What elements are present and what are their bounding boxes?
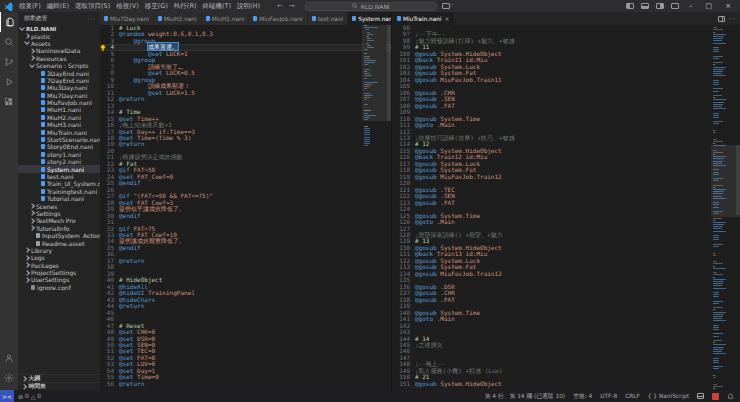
notifications-bell-icon[interactable] (723, 393, 740, 400)
vertical-scrollbar[interactable] (736, 145, 740, 215)
tree-item-tutorialinfo[interactable]: TutorialInfo (18, 225, 100, 232)
tree-item-7dayend-nani[interactable]: 7DayEnd.nani (18, 77, 100, 84)
maximize-button[interactable]: ▢ (703, 0, 716, 12)
tree-item-tutorial-nani[interactable]: Tutorial.nani (18, 195, 100, 202)
menu-item-3[interactable]: 檢視(V) (113, 0, 142, 12)
close-button[interactable]: × (722, 0, 734, 12)
tree-item-trainingtest-nani[interactable]: Trainingtest.nani (18, 188, 100, 195)
tree-item-textmesh-pro[interactable]: TextMesh Pro (18, 217, 100, 224)
tree-item-story2-nani[interactable]: story2.nani (18, 158, 100, 165)
tree-item-story1-nani[interactable]: story1.nani (18, 151, 100, 158)
code-editor-1[interactable]: 1# Luck2@random weight:0.6,0.1,0.33 @gro… (100, 25, 391, 390)
layout-select-icon[interactable]: ˅ (442, 3, 454, 9)
remote-indicator[interactable]: >< (0, 390, 14, 402)
tree-item-projectsettings[interactable]: ProjectSettings (18, 269, 100, 276)
menu-item-7[interactable]: 說明(H) (234, 0, 263, 12)
tree-item-miu3day-nani[interactable]: Miu3Day.nani (18, 84, 100, 91)
menu-item-1[interactable]: 編輯(E) (44, 0, 72, 12)
activity-settings-icon[interactable] (0, 368, 18, 388)
tree-item-miutrain-nani[interactable]: MiuTrain.nani (18, 128, 100, 135)
tree-item-library[interactable]: Library (18, 247, 100, 254)
code-editor-2[interactable]: 9697;--下午--98;魅力開發訓練(打掃) +魅力、+敏感99# 1110… (393, 25, 740, 390)
minimap-group-1[interactable] (364, 25, 386, 390)
activity-account-icon[interactable] (0, 348, 18, 368)
tree-item-system-nani[interactable]: System.nani (18, 165, 100, 172)
tab-miuh1-nani[interactable]: MiuH1.nani (202, 12, 250, 25)
tree-item-startscenario-nani[interactable]: StartScenario.nani (18, 136, 100, 143)
tree-item-readme-asset[interactable]: Readme.asset (18, 239, 100, 246)
tree-item-resources[interactable]: Resources (18, 55, 100, 62)
cursor-position[interactable]: 第 4 行、第 14 欄 (已選取 10) (481, 392, 569, 401)
editor-more-actions-icon[interactable]: ··· (729, 15, 736, 22)
layout-status-icon[interactable] (693, 393, 708, 399)
sidebar-panel-0[interactable]: 大綱 (18, 374, 100, 382)
minimap-mark (713, 51, 719, 52)
tree-item-settings[interactable]: Settings (18, 210, 100, 217)
minimize-button[interactable]: – (686, 0, 696, 12)
tab-miufavjob-nani[interactable]: MiuFavJob.nani (249, 12, 307, 25)
search-value: RLD.NANI (361, 3, 390, 10)
problems-status[interactable]: ⊘ 0 △ 0 (14, 393, 45, 400)
explorer-more-actions-icon[interactable]: ··· (87, 15, 96, 22)
language-mode[interactable]: { } NaniScript (644, 393, 693, 399)
command-center-search[interactable]: RLD.NANI (305, 2, 437, 11)
menu-item-5[interactable]: 執行(R) (171, 0, 200, 12)
code-line-56[interactable]: 56@return (100, 381, 391, 387)
tree-item-plastic[interactable]: plastic (18, 32, 100, 39)
menu-item-0[interactable]: 檔案(F) (16, 0, 44, 12)
extension-status-icon[interactable] (708, 393, 723, 400)
tree-item-miufavjob-nani[interactable]: MiuFavJob.nani (18, 99, 100, 106)
activity-source-control-icon[interactable] (0, 52, 18, 72)
code-line-151[interactable]: 151@gosub System.HideObject (393, 381, 740, 387)
activity-extensions-icon[interactable] (0, 92, 18, 112)
activity-run-debug-icon[interactable] (0, 72, 18, 92)
tree-root[interactable]: RLD.NANI (18, 25, 100, 32)
tree-item-miuh3-nani[interactable]: MiuH3.nani (18, 121, 100, 128)
toggle-secondary-sidebar-icon[interactable] (656, 3, 664, 9)
minimap-mark (713, 80, 719, 81)
minimap-mark (713, 342, 715, 343)
tab-close-icon[interactable]: × (445, 15, 450, 22)
tree-item-train-ui-system-nani[interactable]: Train_UI_System.nani (18, 180, 100, 187)
tree-item-story0end-nani[interactable]: Story0End.nani (18, 143, 100, 150)
tree-item-naninoveldata[interactable]: NaninovelData (18, 47, 100, 54)
menu-item-2[interactable]: 選取項目(S) (72, 0, 113, 12)
menu-item-4[interactable]: 移至(G) (142, 0, 171, 12)
minimap-mark (713, 336, 719, 337)
minimap-mark (713, 290, 735, 291)
sidebar-panel-1[interactable]: 時間表 (18, 382, 100, 390)
tree-item-usersettings[interactable]: UserSettings (18, 276, 100, 283)
menu-item-6[interactable]: 終端機(T) (199, 0, 234, 12)
tree-item-label: Scenes (36, 203, 57, 210)
tree-item-assets[interactable]: Assets (18, 40, 100, 47)
tree-item-miuh2-nani[interactable]: MiuH2.nani (18, 114, 100, 121)
tab-system-nani[interactable]: System.nani× (348, 12, 391, 25)
tree-item-inputsystem-actions-inputactio-[interactable]: InputSystem_Actions.inputactio... (18, 232, 100, 239)
nav-forward-icon[interactable]: → (289, 2, 295, 10)
toggle-sidebar-icon[interactable] (626, 3, 634, 9)
customize-layout-icon[interactable] (671, 3, 679, 9)
toggle-panel-icon[interactable] (641, 3, 649, 9)
tree-item-scenario-scripts[interactable]: Scenario : Scripts (18, 62, 100, 69)
tree-item-scenes[interactable]: Scenes (18, 202, 100, 209)
split-editor-icon[interactable] (718, 16, 725, 22)
activity-explorer-icon[interactable] (0, 12, 18, 32)
nav-back-icon[interactable]: ← (277, 2, 283, 10)
encoding-status[interactable]: UTF-8 (596, 393, 621, 399)
minimap-group-2[interactable] (713, 25, 735, 390)
activity-search-icon[interactable] (0, 32, 18, 52)
tree-item-ignore-conf[interactable]: ignore.conf (18, 284, 100, 291)
eol-status[interactable]: CRLF (621, 393, 644, 399)
tab-test-nani[interactable]: test.nani (308, 12, 349, 25)
tree-item-3dayend-nani[interactable]: 3DayEnd.nani (18, 69, 100, 76)
tab-label: test.nani (318, 16, 344, 22)
tree-item-miuh1-nani[interactable]: MiuH1.nani (18, 106, 100, 113)
tab-miuh2-nani[interactable]: MiuH2.nani (154, 12, 202, 25)
indentation-status[interactable]: 空格: 4 (569, 392, 596, 401)
file-icon (206, 16, 210, 21)
tree-item-test-nani[interactable]: test.nani (18, 173, 100, 180)
tree-item-miu7day-nani[interactable]: Miu7Day.nani (18, 92, 100, 99)
tree-item-packages[interactable]: Packages (18, 262, 100, 269)
vertical-scrollbar[interactable] (387, 25, 391, 121)
tree-item-logs[interactable]: Logs (18, 254, 100, 261)
